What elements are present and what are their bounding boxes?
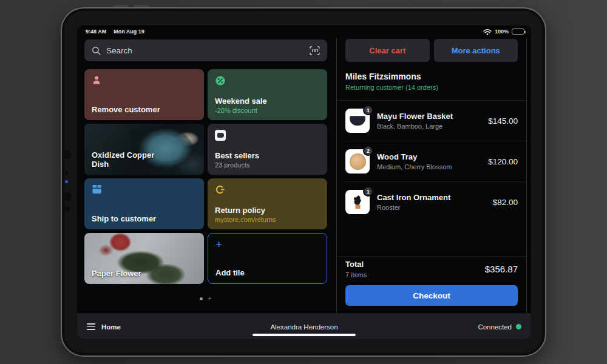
tile-label: Paper Flower [92,269,197,278]
item-title: Mayu Flower Basket [377,112,453,121]
page-indicator-dot [200,297,203,300]
battery-icon [512,29,524,35]
bezel-dot [63,150,71,159]
staff-name: Alexandra Henderson [77,323,531,331]
total-amount: $356.87 [485,264,518,274]
smart-grid-panel: Search [84,39,327,300]
search-input[interactable]: Search [84,39,327,61]
collection-thumbnail-icon [215,130,226,141]
rooster-art [351,195,364,209]
item-price: $145.00 [488,116,518,126]
item-price: $120.00 [488,157,518,166]
cart-item-row[interactable]: 1 Cast Iron Ornament Rooster $82.00 [345,182,518,222]
plus-icon: + [215,240,319,249]
shipping-box-icon [92,184,197,194]
tile-label: Ship to customer [92,214,197,223]
customer-name: Miles Fitzsimmons [345,72,438,81]
tile-label: Remove customer [92,105,197,114]
tile-label: Oxidized Copper Dish [92,150,160,169]
page-indicator: + [84,297,327,300]
tile-ship-to-customer[interactable]: Ship to customer [84,178,204,229]
item-variant: Rooster [377,204,450,211]
product-thumbnail: 1 [345,109,370,133]
cart-panel: Clear cart More actions Miles Fitzsimmon… [336,38,527,314]
status-time: 9:48 AM [86,29,106,35]
item-title: Wood Tray [377,152,452,161]
customer-status: Returning customer (14 orders) [345,84,438,91]
home-indicator[interactable] [253,334,356,336]
bezel-dot [64,206,70,212]
status-date: Mon Aug 19 [114,29,144,35]
summary-divider [337,257,526,257]
cart-customer[interactable]: Miles Fitzsimmons Returning customer (14… [345,72,438,91]
bezel-dot [63,192,71,201]
cart-item-row[interactable]: 1 Mayu Flower Basket Black, Bamboo, Larg… [345,101,518,141]
item-title: Cast Iron Ornament [377,193,450,202]
tile-add-tile[interactable]: + Add tile [208,233,327,284]
search-placeholder: Search [106,46,132,55]
product-thumbnail: 1 [345,190,370,214]
item-price: $82.00 [493,198,518,207]
wifi-icon [483,29,492,35]
barcode-scan-icon[interactable] [310,46,320,55]
tile-weekend-sale[interactable]: Weekend sale -20% discount [208,69,327,120]
bezel-dot [65,172,68,175]
person-remove-icon [92,75,197,86]
tile-label: Return policy [215,206,320,215]
cart-total: Total 7 items $356.87 [345,260,518,278]
product-thumbnail: 2 [345,149,370,174]
tile-label: Weekend sale [215,96,320,106]
tile-label: Add tile [215,268,319,277]
tile-return-policy[interactable]: Return policy mystore.com/returns [208,178,327,229]
clear-cart-button[interactable]: Clear cart [345,39,430,62]
tile-grid: Remove customer Weekend sale -20% discou… [84,69,327,284]
quantity-badge: 1 [363,186,373,197]
bottom-bar: Home Alexandra Henderson Connected [77,314,531,339]
add-page-icon[interactable]: + [208,297,211,300]
screen: 9:48 AM Mon Aug 19 100% [77,25,531,339]
tile-best-sellers[interactable]: Best sellers 23 products [208,124,327,175]
cart-item-row[interactable]: 2 Wood Tray Medium, Cherry Blossom $120.… [345,141,518,181]
tile-remove-customer[interactable]: Remove customer [84,69,204,120]
checkout-button[interactable]: Checkout [345,285,518,306]
tablet-frame: 9:48 AM Mon Aug 19 100% [61,7,546,357]
tile-oxidized-copper-dish[interactable]: Oxidized Copper Dish [84,124,204,175]
quantity-badge: 2 [363,146,373,156]
bezel-dot-blue [65,180,68,183]
item-variant: Medium, Cherry Blossom [377,163,452,170]
quantity-badge: 1 [363,105,373,115]
link-icon [215,184,320,195]
tile-paper-flower[interactable]: Paper Flower [84,233,204,284]
more-actions-button[interactable]: More actions [434,39,518,62]
discount-badge-icon [215,75,320,86]
tile-label: Best sellers [215,151,320,160]
battery-percent: 100% [495,29,509,35]
item-variant: Black, Bamboo, Large [377,123,453,130]
status-bar: 9:48 AM Mon Aug 19 100% [77,25,531,38]
search-icon [92,46,101,55]
